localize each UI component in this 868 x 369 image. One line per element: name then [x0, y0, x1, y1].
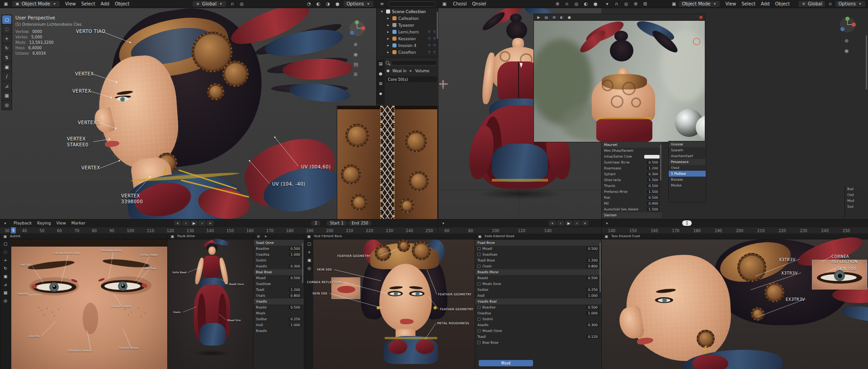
property-row[interactable]: Rse 0.500	[602, 195, 662, 201]
expand-icon[interactable]: ▸	[386, 23, 391, 28]
property-row[interactable]: Bsadd 0.500	[254, 304, 304, 310]
outliner-root-row[interactable]: ▾ Scene Collection	[377, 8, 439, 15]
menu-item[interactable]: Object	[773, 1, 792, 7]
menu-item[interactable]: View	[723, 1, 738, 7]
editor-type-icon[interactable]: ▣	[477, 234, 482, 239]
property-value[interactable]: 1.000	[586, 311, 599, 315]
visibility-toggles[interactable]: ▽ ▽	[428, 51, 437, 54]
snap-magnet-icon[interactable]: ∩	[564, 1, 570, 7]
property-row[interactable]: Vsadls	[254, 299, 304, 304]
bottom-panel-fullbody[interactable]: ▣ Paulk Dline Ssllis BsadBsadl OsneOsals…	[167, 234, 253, 369]
property-value[interactable]: 1.000	[289, 323, 302, 327]
tool-button[interactable]: +	[305, 248, 313, 256]
color-swatch[interactable]	[644, 155, 660, 159]
property-row[interactable]: Prefanss Mrse 1.500	[602, 189, 662, 195]
property-value[interactable]: 1.200	[586, 258, 599, 262]
viewport-scrollbar[interactable]	[866, 35, 867, 89]
tool-button[interactable]: ▦	[2, 91, 11, 100]
tool-button[interactable]: ▣	[2, 63, 11, 71]
bottom-panel-face[interactable]: ▣ Yout Fdment Bara ▢+▣◎	[304, 234, 475, 369]
corset-reference-image[interactable]	[337, 106, 437, 219]
orientation-dropdown[interactable]: ⊕ Global	[798, 1, 825, 7]
property-value[interactable]: 0.300	[289, 264, 302, 268]
shading-rendered-icon[interactable]: ●	[592, 1, 599, 7]
property-value[interactable]: 0.800	[289, 294, 302, 298]
transport-button[interactable]: ‹	[182, 220, 189, 226]
breadcrumb[interactable]: Volume	[415, 69, 429, 73]
zoom-icon[interactable]: ⊕	[354, 42, 358, 47]
checkbox[interactable]	[477, 306, 481, 309]
property-row[interactable]: Msdse	[669, 182, 706, 188]
editor-type-icon[interactable]: ▾	[3, 221, 8, 226]
visibility-toggles[interactable]: ▽ ▽	[428, 44, 437, 47]
property-value[interactable]: 0.120	[586, 335, 599, 339]
shading-solid-icon[interactable]: ◐	[583, 1, 589, 7]
properties-tab-icon[interactable]: ◆	[377, 90, 385, 97]
editor-type-icon[interactable]: ▣	[307, 234, 311, 239]
property-row[interactable]: Bsadlse 0.500	[254, 246, 304, 252]
property-value[interactable]: 0.300	[586, 323, 599, 327]
property-value[interactable]: 0.500	[289, 247, 302, 251]
property-row[interactable]: Tsadl 0.120	[475, 334, 601, 340]
property-row[interactable]: Ssdlse 0.250	[254, 316, 304, 322]
frame-ruler[interactable]: 3040506070809010011012013014015016017018…	[0, 227, 438, 234]
grid-icon[interactable]: ⊞	[256, 234, 261, 239]
property-row[interactable]: Bsadls	[254, 328, 304, 334]
tool-button[interactable]: ↻	[1, 265, 9, 272]
property-row[interactable]: Fsad Bsne	[475, 240, 601, 246]
outliner-item-row[interactable]: ▸ Inssion 4 ▽ ▽	[377, 42, 439, 49]
apply-button[interactable]: Mssd	[479, 360, 533, 366]
checkbox[interactable]	[477, 318, 481, 321]
visibility-toggles[interactable]: ▽ ▽	[428, 30, 437, 34]
property-value[interactable]: 0.500	[647, 160, 660, 164]
properties-tab-icon[interactable]: ▤	[377, 60, 385, 67]
property-row[interactable]: Osadlsa 1.000	[254, 252, 304, 257]
property-row[interactable]: Osals 0.800	[254, 293, 304, 299]
shading-rendered-icon[interactable]: ●	[334, 1, 340, 7]
tool-button[interactable]: ◌	[1, 248, 9, 256]
navigation-gizmo[interactable]	[349, 21, 365, 36]
property-row[interactable]: 1 Psdlaw	[669, 171, 706, 177]
tool-button[interactable]: /	[2, 72, 11, 81]
property-row[interactable]: Vsadls Bsal	[475, 299, 601, 304]
tool-button[interactable]: ⊿	[1, 281, 9, 288]
visibility-toggles[interactable]: ▽ ▽	[428, 37, 437, 41]
property-row[interactable]: Suelclaac Bcrw 0.500	[602, 159, 662, 165]
property-row[interactable]: Ssdlse 0.250	[475, 287, 601, 293]
menu-item[interactable]: Object	[113, 1, 132, 7]
outliner-item-row[interactable]: ▸ Tyaaoer	[377, 22, 439, 28]
tool-button[interactable]: ⇅	[2, 53, 11, 62]
menu-item[interactable]: Qnsiel	[470, 1, 488, 7]
snap-magnet-icon[interactable]: ∩	[828, 1, 832, 7]
property-row[interactable]: Osd	[845, 192, 867, 198]
editor-type-icon[interactable]: ▣	[604, 234, 609, 239]
property-row[interactable]: Osadlsa 1.000	[475, 310, 601, 316]
transport-button[interactable]: ‹	[557, 220, 564, 226]
current-frame-field[interactable]: 2	[311, 220, 321, 226]
property-value[interactable]: 0.800	[586, 264, 599, 268]
outliner-item-row[interactable]: ▸ Cosefion ▽ ▽	[377, 49, 439, 56]
outliner-item-row[interactable]: ▸ Lerni,horn ▽ ▽	[377, 28, 439, 35]
properties-search-input[interactable]	[391, 60, 437, 65]
editor-type-icon[interactable]: ▣	[3, 1, 9, 7]
lips-inset-image[interactable]	[331, 277, 360, 299]
timeline-menu-item[interactable]: Keying	[35, 220, 53, 226]
editor-type-icon[interactable]: ▣	[3, 234, 8, 239]
property-row[interactable]: Ssdml	[475, 316, 601, 322]
tool-button[interactable]: ⊿	[2, 82, 11, 90]
property-row[interactable]: Msadl 0.500	[475, 246, 601, 252]
property-value[interactable]: 1.500	[647, 207, 660, 211]
filter-icon[interactable]: ≡	[379, 1, 385, 7]
options-dropdown[interactable]: Options ▾	[835, 1, 865, 7]
property-row[interactable]: Sierism	[602, 212, 662, 218]
timeline-menu-item[interactable]: Marker	[69, 220, 88, 226]
property-row[interactable]: Msadl 0.500	[254, 275, 304, 281]
properties-tab-icon[interactable]: ⊞	[377, 80, 385, 87]
tool-button[interactable]: ▢	[2, 15, 11, 24]
checkbox[interactable]	[477, 329, 481, 332]
property-row[interactable]: Asadls 0.300	[254, 263, 304, 269]
property-row[interactable]: Intsa/Sstne Csse	[602, 154, 662, 159]
playhead[interactable]: 6	[11, 227, 16, 234]
property-row[interactable]: Bsadd 0.500	[475, 275, 601, 281]
property-row[interactable]: Pesaseace	[669, 159, 706, 165]
